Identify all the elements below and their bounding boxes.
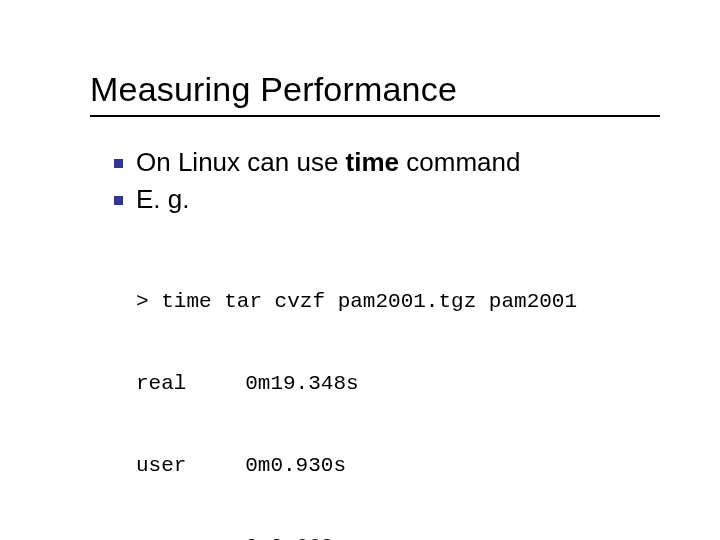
bullet-1-bold: time <box>346 147 399 177</box>
run1-sys-label: sys <box>136 533 245 540</box>
title-text: Measuring Performance <box>90 70 457 108</box>
run1-user-label: user <box>136 452 245 479</box>
run1-cmd: > time tar cvzf pam2001.tgz pam2001 <box>136 288 660 315</box>
slide: Measuring Performance On Linux can use t… <box>0 0 720 540</box>
slide-title: Measuring Performance <box>90 70 660 117</box>
run1-sys-value: 0m0.660s <box>245 535 346 540</box>
bullet-2: E. g. <box>114 182 660 217</box>
bullet-1: On Linux can use time command <box>114 145 660 180</box>
run1-real: real0m19.348s <box>136 370 660 397</box>
bullet-list: On Linux can use time command E. g. <box>114 145 660 217</box>
title-underline <box>90 115 660 117</box>
run1-real-label: real <box>136 370 245 397</box>
bullet-2-text: E. g. <box>136 184 189 214</box>
run1-user: user0m0.930s <box>136 452 660 479</box>
code-block-1: > time tar cvzf pam2001.tgz pam2001 real… <box>136 233 660 540</box>
run1-user-value: 0m0.930s <box>245 454 346 477</box>
run1-real-value: 0m19.348s <box>245 372 358 395</box>
bullet-1-post: command <box>399 147 520 177</box>
bullet-1-pre: On Linux can use <box>136 147 346 177</box>
run1-sys: sys0m0.660s <box>136 533 660 540</box>
